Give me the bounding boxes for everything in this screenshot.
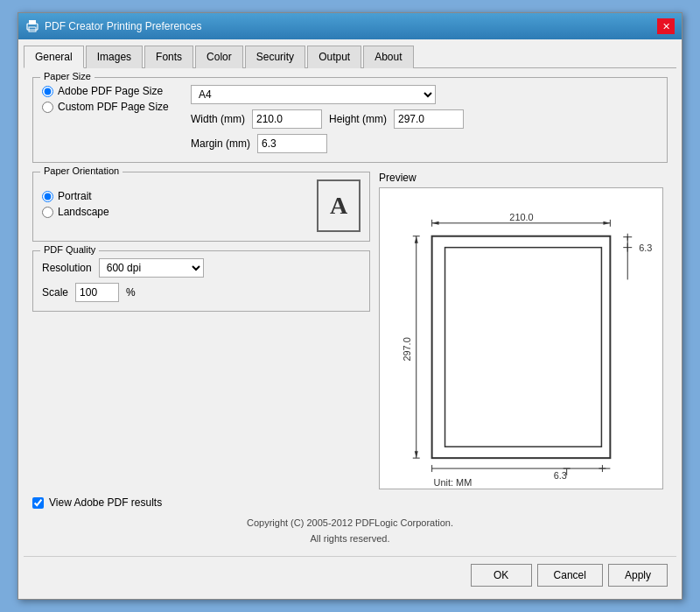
printer-icon	[25, 19, 39, 33]
radio-custom-pdf[interactable]	[42, 102, 53, 113]
margin-input[interactable]	[257, 134, 327, 153]
height-label: Height (mm)	[329, 113, 387, 125]
view-pdf-row: View Adobe PDF results	[32, 496, 668, 509]
radio-landscape-label: Landscape	[58, 206, 109, 218]
view-pdf-label: View Adobe PDF results	[49, 496, 162, 509]
ok-button[interactable]: OK	[471, 564, 532, 587]
main-area: Paper Orientation Portrait Landscape	[32, 172, 668, 489]
paper-orientation-label: Paper Orientation	[40, 165, 122, 176]
radio-adobe-pdf[interactable]	[42, 86, 53, 97]
scale-row: Scale %	[42, 283, 360, 302]
radio-landscape-row: Landscape	[42, 206, 299, 218]
radio-portrait-row: Portrait	[42, 190, 299, 202]
tab-color[interactable]: Color	[195, 46, 243, 68]
svg-text:6.3: 6.3	[554, 470, 567, 481]
orientation-preview-icon: A	[317, 179, 360, 232]
window-title: PDF Creator Printing Preferences	[45, 20, 201, 32]
svg-text:Unit: MM: Unit: MM	[434, 477, 472, 488]
svg-marker-13	[415, 236, 418, 243]
radio-portrait-label: Portrait	[58, 190, 92, 202]
tab-fonts[interactable]: Fonts	[144, 46, 193, 68]
window-body: General Images Fonts Color Security Outp…	[18, 39, 682, 598]
scale-input[interactable]	[75, 283, 119, 302]
paper-orientation-group: Paper Orientation Portrait Landscape	[32, 172, 370, 242]
resolution-row: Resolution 600 dpi 300 dpi 1200 dpi	[42, 258, 360, 278]
margin-label: Margin (mm)	[191, 137, 250, 150]
copyright-line1: Copyright (C) 2005-2012 PDFLogic Corpora…	[32, 516, 668, 531]
paper-size-label: Paper Size	[40, 71, 94, 81]
svg-marker-14	[415, 452, 418, 459]
paper-size-select[interactable]: A4 Letter Legal A3 A5	[191, 85, 436, 104]
apply-button[interactable]: Apply	[608, 564, 668, 587]
orientation-inner: Portrait Landscape A	[42, 179, 360, 232]
width-input[interactable]	[252, 109, 322, 129]
radio-adobe-pdf-label: Adobe PDF Page Size	[58, 85, 163, 97]
orientation-radios: Portrait Landscape	[42, 190, 299, 222]
preview-svg: 210.0 297.0	[380, 188, 662, 489]
radio-adobe-pdf-row: Adobe PDF Page Size	[42, 85, 182, 97]
pdf-quality-group: PDF Quality Resolution 600 dpi 300 dpi 1…	[32, 250, 370, 312]
svg-text:210.0: 210.0	[509, 212, 533, 222]
scale-label: Scale	[42, 286, 68, 299]
radio-portrait[interactable]	[42, 191, 53, 202]
title-bar: PDF Creator Printing Preferences ✕	[18, 13, 682, 39]
svg-marker-7	[432, 222, 439, 225]
radio-landscape[interactable]	[42, 207, 53, 218]
paper-size-group: Paper Size Adobe PDF Page Size Custom PD…	[32, 77, 668, 163]
pdf-quality-label: PDF Quality	[40, 244, 99, 255]
resolution-label: Resolution	[42, 262, 92, 274]
left-panel: Paper Orientation Portrait Landscape	[32, 172, 370, 489]
svg-marker-8	[603, 222, 610, 225]
svg-rect-16	[432, 236, 611, 458]
tab-general[interactable]: General	[24, 46, 84, 68]
footer: OK Cancel Apply	[24, 556, 676, 594]
view-pdf-checkbox[interactable]	[32, 497, 44, 509]
svg-text:6.3: 6.3	[639, 243, 652, 253]
tab-about[interactable]: About	[363, 46, 413, 68]
radio-custom-pdf-row: Custom PDF Page Size	[42, 101, 182, 113]
title-bar-left: PDF Creator Printing Preferences	[25, 19, 201, 33]
copyright: Copyright (C) 2005-2012 PDFLogic Corpora…	[32, 516, 668, 546]
preview-box: 210.0 297.0	[379, 187, 663, 489]
svg-rect-1	[29, 20, 36, 25]
preview-label: Preview	[379, 172, 668, 184]
copyright-line2: All rights reserved.	[32, 531, 668, 547]
close-button[interactable]: ✕	[657, 18, 675, 34]
width-label: Width (mm)	[191, 113, 245, 125]
radio-custom-pdf-label: Custom PDF Page Size	[58, 101, 169, 113]
tab-bar: General Images Fonts Color Security Outp…	[24, 45, 676, 68]
resolution-select[interactable]: 600 dpi 300 dpi 1200 dpi	[99, 258, 204, 278]
tab-security[interactable]: Security	[245, 46, 305, 68]
scale-unit: %	[126, 286, 136, 299]
tab-output[interactable]: Output	[307, 46, 361, 68]
right-panel: Preview 210.0	[379, 172, 668, 489]
cancel-button[interactable]: Cancel	[537, 564, 603, 587]
main-window: PDF Creator Printing Preferences ✕ Gener…	[18, 12, 682, 599]
tab-content: Paper Size Adobe PDF Page Size Custom PD…	[24, 68, 676, 555]
tab-images[interactable]: Images	[86, 46, 143, 68]
height-input[interactable]	[394, 109, 464, 129]
svg-point-3	[35, 25, 37, 27]
svg-text:297.0: 297.0	[402, 338, 412, 362]
